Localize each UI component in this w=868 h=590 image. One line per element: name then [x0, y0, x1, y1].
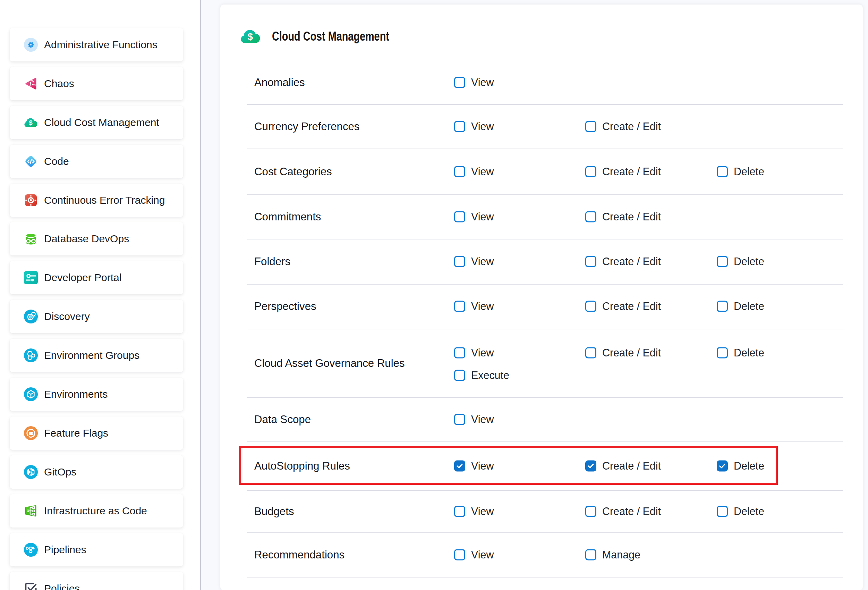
svg-text:$: $: [29, 120, 32, 127]
svg-text:$: $: [247, 31, 252, 42]
